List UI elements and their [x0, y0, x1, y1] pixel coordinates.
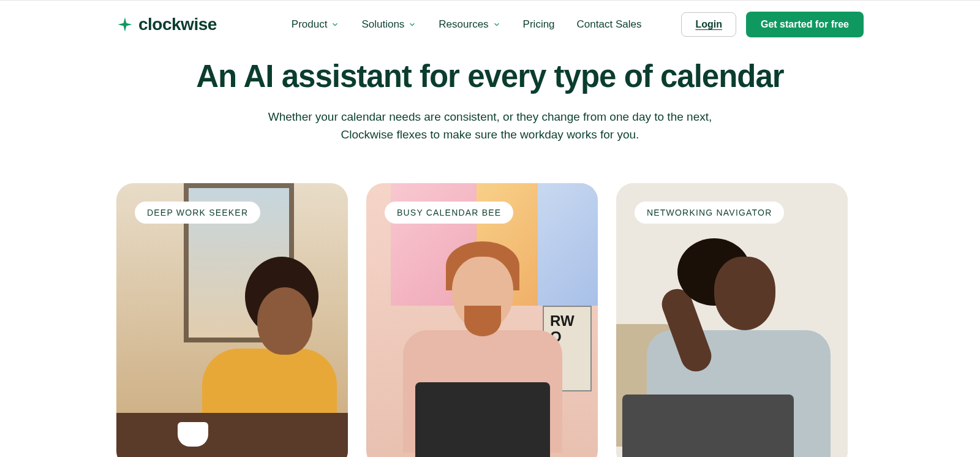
nav-label: Pricing: [523, 18, 555, 31]
illustration-head: [714, 257, 775, 330]
card-busy-calendar-bee[interactable]: RWO BUSY CALENDAR BEE: [366, 183, 598, 457]
chevron-down-icon: [331, 20, 339, 29]
clockwise-logo-icon: [116, 16, 134, 33]
hero-subtitle: Whether your calendar needs are consiste…: [116, 108, 864, 144]
get-started-button[interactable]: Get started for free: [746, 12, 864, 37]
login-button[interactable]: Login: [681, 12, 736, 37]
card-badge: BUSY CALENDAR BEE: [385, 202, 513, 224]
chevron-down-icon: [408, 20, 417, 29]
logo[interactable]: clockwise: [116, 15, 217, 34]
illustration-cup: [178, 422, 208, 447]
card-deep-work-seeker[interactable]: DEEP WORK SEEKER: [116, 183, 348, 457]
illustration-beard: [464, 306, 501, 336]
hero-sub-line-1: Whether your calendar needs are consiste…: [268, 110, 712, 123]
hero-section: An AI assistant for every type of calend…: [0, 48, 980, 168]
card-badge: DEEP WORK SEEKER: [135, 202, 260, 224]
illustration-laptop: [622, 395, 794, 457]
logo-text: clockwise: [138, 15, 217, 34]
nav-item-product[interactable]: Product: [292, 18, 340, 31]
illustration-laptop: [415, 382, 550, 457]
illustration-person: [208, 269, 331, 428]
nav-links: Product Solutions Resources Pricing Cont…: [292, 18, 662, 31]
chevron-down-icon: [492, 20, 501, 29]
persona-cards: DEEP WORK SEEKER RWO BUSY CALENDAR BEE N…: [0, 168, 980, 457]
nav-label: Product: [292, 18, 328, 31]
nav-item-pricing[interactable]: Pricing: [523, 18, 555, 31]
illustration-panel: [538, 183, 598, 306]
hero-sub-line-2: Clockwise flexes to make sure the workda…: [341, 128, 639, 141]
nav-item-contact-sales[interactable]: Contact Sales: [577, 18, 642, 31]
nav-item-solutions[interactable]: Solutions: [361, 18, 417, 31]
hero-title: An AI assistant for every type of calend…: [116, 58, 864, 94]
main-nav: clockwise Product Solutions Resources Pr…: [0, 1, 980, 48]
nav-label: Solutions: [361, 18, 404, 31]
nav-item-resources[interactable]: Resources: [439, 18, 500, 31]
card-networking-navigator[interactable]: NETWORKING NAVIGATOR: [616, 183, 848, 457]
nav-actions: Login Get started for free: [681, 12, 864, 37]
nav-label: Contact Sales: [577, 18, 642, 31]
card-badge: NETWORKING NAVIGATOR: [635, 202, 784, 224]
nav-label: Resources: [439, 18, 488, 31]
illustration-desk: [116, 413, 348, 457]
